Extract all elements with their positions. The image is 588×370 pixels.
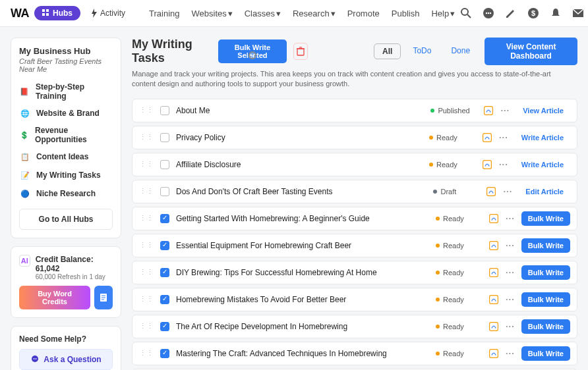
task-checkbox[interactable] bbox=[160, 214, 169, 223]
hubs-pill[interactable]: Hubs bbox=[34, 6, 80, 20]
svg-rect-29 bbox=[487, 187, 496, 196]
drag-handle-icon[interactable]: ⋮⋮ bbox=[139, 160, 154, 169]
view-content-dashboard-button[interactable]: View Content Dashboard bbox=[485, 38, 577, 65]
task-action-button[interactable]: Bulk Write bbox=[521, 292, 570, 307]
sidebar-item-0[interactable]: 📕Step-by-Step Training bbox=[19, 82, 113, 101]
mail-icon[interactable] bbox=[572, 7, 584, 19]
drag-handle-icon[interactable]: ⋮⋮ bbox=[139, 349, 154, 357]
bulk-write-selected-button[interactable]: Bulk Write Selected bbox=[218, 40, 287, 63]
sidebar-item-5[interactable]: 🔵Niche Research bbox=[19, 188, 113, 199]
task-checkbox[interactable] bbox=[160, 322, 169, 331]
task-checkbox[interactable] bbox=[160, 187, 169, 196]
sidebar-item-1[interactable]: 🌐Website & Brand bbox=[19, 107, 113, 119]
task-checkbox[interactable] bbox=[160, 106, 169, 115]
activity-link[interactable]: Activity bbox=[86, 6, 131, 20]
drag-handle-icon[interactable]: ⋮⋮ bbox=[139, 241, 154, 250]
task-checkbox[interactable] bbox=[160, 241, 169, 250]
search-icon[interactable] bbox=[460, 7, 472, 19]
ai-write-icon[interactable] bbox=[488, 294, 499, 305]
task-action-button[interactable]: Write Article bbox=[515, 157, 570, 172]
task-title[interactable]: Getting Started With Homebrewing: A Begi… bbox=[176, 214, 429, 223]
nav-classes[interactable]: Classes▾ bbox=[245, 9, 281, 18]
task-title[interactable]: Mastering The Craft: Advanced Techniques… bbox=[176, 349, 429, 358]
drag-handle-icon[interactable]: ⋮⋮ bbox=[139, 295, 154, 304]
ai-write-icon[interactable] bbox=[488, 213, 499, 224]
filter-done[interactable]: Done bbox=[443, 43, 478, 59]
task-checkbox[interactable] bbox=[160, 295, 169, 304]
nav-training[interactable]: Training bbox=[149, 9, 179, 18]
more-menu-button[interactable]: ··· bbox=[506, 348, 515, 358]
chat-icon[interactable] bbox=[483, 7, 494, 19]
ai-write-icon[interactable] bbox=[482, 132, 492, 143]
status-label: Ready bbox=[443, 296, 464, 304]
more-menu-button[interactable]: ··· bbox=[499, 132, 508, 142]
drag-handle-icon[interactable]: ⋮⋮ bbox=[139, 106, 154, 115]
more-menu-button[interactable]: ··· bbox=[500, 105, 510, 115]
sidebar-item-icon: 📕 bbox=[19, 86, 30, 97]
filter-todo[interactable]: ToDo bbox=[405, 43, 439, 59]
drag-handle-icon[interactable]: ⋮⋮ bbox=[139, 187, 154, 196]
task-title[interactable]: About Me bbox=[176, 106, 424, 115]
pencil-icon[interactable] bbox=[505, 7, 517, 19]
task-action-button[interactable]: Bulk Write bbox=[521, 346, 570, 361]
task-action-button[interactable]: Bulk Write bbox=[521, 238, 570, 253]
ai-write-icon[interactable] bbox=[482, 159, 492, 170]
task-title[interactable]: Essential Equipment For Homebrewing Craf… bbox=[176, 241, 429, 250]
chevron-down-icon: ▾ bbox=[276, 9, 281, 18]
ai-write-icon[interactable] bbox=[486, 186, 496, 197]
ai-write-icon[interactable] bbox=[488, 348, 499, 359]
ai-write-icon[interactable] bbox=[483, 105, 494, 116]
go-to-all-hubs-button[interactable]: Go to All Hubs bbox=[19, 209, 113, 230]
task-action-button[interactable]: View Article bbox=[516, 103, 570, 118]
nav-promote[interactable]: Promote bbox=[347, 9, 380, 18]
task-action-button[interactable]: Bulk Write bbox=[521, 319, 570, 334]
more-menu-button[interactable]: ··· bbox=[506, 267, 515, 277]
drag-handle-icon[interactable]: ⋮⋮ bbox=[139, 268, 154, 277]
task-title[interactable]: DIY Brewing: Tips For Successful Homebre… bbox=[176, 268, 429, 277]
svg-text:$: $ bbox=[531, 9, 535, 17]
task-title[interactable]: Dos And Don'ts Of Craft Beer Tasting Eve… bbox=[176, 187, 426, 196]
sidebar-item-2[interactable]: 💲Revenue Opportunities bbox=[19, 126, 113, 144]
task-title[interactable]: Homebrewing Mistakes To Avoid For Better… bbox=[176, 295, 429, 304]
more-menu-button[interactable]: ··· bbox=[506, 240, 515, 250]
task-title[interactable]: Affiliate Disclosure bbox=[176, 160, 423, 169]
task-action-button[interactable]: Bulk Write bbox=[521, 211, 570, 226]
sidebar-item-3[interactable]: 📋Content Ideas bbox=[19, 151, 113, 163]
nav-websites[interactable]: Websites▾ bbox=[192, 9, 233, 18]
svg-rect-34 bbox=[490, 322, 498, 330]
ai-write-icon[interactable] bbox=[488, 267, 499, 278]
drag-handle-icon[interactable]: ⋮⋮ bbox=[139, 133, 154, 142]
task-checkbox[interactable] bbox=[160, 133, 169, 142]
ask-question-button[interactable]: Ask a Question bbox=[19, 349, 113, 370]
delete-selected-button[interactable] bbox=[293, 43, 308, 60]
drag-handle-icon[interactable]: ⋮⋮ bbox=[139, 214, 154, 223]
drag-handle-icon[interactable]: ⋮⋮ bbox=[139, 322, 154, 330]
credits-doc-button[interactable] bbox=[94, 286, 113, 309]
sidebar-item-4[interactable]: 📝My Writing Tasks bbox=[19, 169, 113, 181]
dollar-icon[interactable]: $ bbox=[527, 7, 539, 19]
filter-all[interactable]: All bbox=[374, 43, 401, 59]
more-menu-button[interactable]: ··· bbox=[506, 213, 515, 223]
task-action-button[interactable]: Write Article bbox=[515, 130, 570, 145]
task-checkbox[interactable] bbox=[160, 160, 169, 169]
bell-icon[interactable] bbox=[550, 7, 562, 19]
more-menu-button[interactable]: ··· bbox=[506, 321, 515, 331]
task-action-button[interactable]: Bulk Write bbox=[521, 265, 570, 280]
nav-publish[interactable]: Publish bbox=[392, 9, 420, 18]
nav-research[interactable]: Research▾ bbox=[293, 9, 336, 18]
task-checkbox[interactable] bbox=[160, 349, 169, 358]
ai-write-icon[interactable] bbox=[488, 321, 499, 332]
task-action-button[interactable]: Edit Article bbox=[519, 184, 570, 199]
buy-word-credits-button[interactable]: Buy Word Credits bbox=[19, 286, 90, 309]
ask-question-label: Ask a Question bbox=[44, 355, 101, 364]
topbar: WA Hubs Activity Training Websites▾ Clas… bbox=[0, 0, 588, 27]
nav-help[interactable]: Help▾ bbox=[431, 9, 455, 18]
more-menu-button[interactable]: ··· bbox=[499, 159, 508, 169]
more-menu-button[interactable]: ··· bbox=[506, 294, 515, 304]
ai-write-icon[interactable] bbox=[488, 240, 499, 251]
task-checkbox[interactable] bbox=[160, 268, 169, 277]
logo[interactable]: WA bbox=[11, 7, 29, 20]
task-title[interactable]: Privacy Policy bbox=[176, 133, 423, 142]
more-menu-button[interactable]: ··· bbox=[503, 186, 512, 196]
task-title[interactable]: The Art Of Recipe Development In Homebre… bbox=[176, 322, 429, 331]
